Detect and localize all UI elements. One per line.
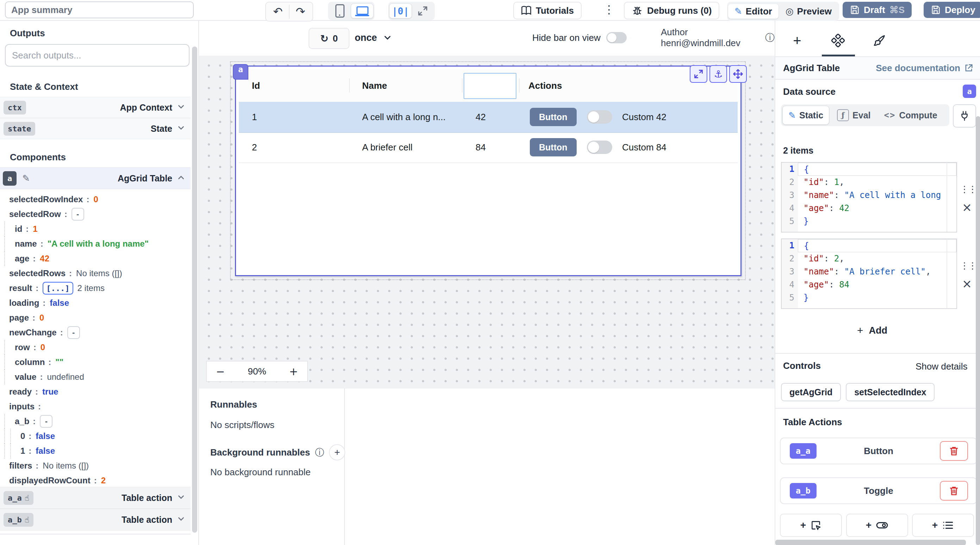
tree-row-column[interactable]: column:"": [0, 355, 191, 370]
chevron-down-icon[interactable]: [177, 514, 186, 525]
tree-row-inputs[interactable]: inputs:: [0, 399, 191, 414]
control-setSelectedIndex-button[interactable]: setSelectedIndex: [846, 383, 935, 401]
desktop-view-button[interactable]: [351, 3, 374, 18]
tree-row-selectedRows[interactable]: selectedRows:No items ([]): [0, 266, 191, 281]
preview-tab[interactable]: ◎ Preview: [779, 4, 838, 19]
column-header-actions[interactable]: Actions: [528, 69, 562, 102]
mode-eval-button[interactable]: ƒEval: [831, 106, 876, 124]
tree-row-filters[interactable]: filters:No items ([]): [0, 458, 191, 473]
tutorials-button[interactable]: Tutorials: [513, 2, 582, 19]
refresh-button[interactable]: ↻ 0: [309, 28, 350, 49]
delete-action-button[interactable]: [940, 481, 968, 500]
zoom-in-button[interactable]: +: [289, 365, 298, 378]
tree-row-a_b[interactable]: a_b:-: [0, 414, 191, 429]
add-select-action-button[interactable]: +: [912, 514, 974, 537]
drag-handle-icon[interactable]: ⋮⋮: [960, 260, 974, 271]
add-item-button[interactable]: + Add: [857, 325, 887, 336]
delete-item-button[interactable]: ×: [960, 277, 974, 291]
tree-row-1[interactable]: 1:false: [0, 443, 191, 458]
insert-component-tab[interactable]: +: [788, 31, 807, 50]
delete-action-button[interactable]: [940, 441, 968, 461]
column-header-id[interactable]: Id: [252, 69, 260, 102]
info-icon[interactable]: ⓘ: [765, 31, 775, 44]
tree-row-selectedRowIndex[interactable]: selectedRowIndex:0: [0, 192, 191, 207]
tree-row-age[interactable]: age:42: [0, 251, 191, 266]
sidebar-scrollbar[interactable]: [192, 46, 197, 533]
state-context-row-state[interactable]: stateState: [0, 118, 191, 139]
settings-vertical-scrollbar[interactable]: [976, 116, 980, 545]
row-action-button[interactable]: Button: [530, 108, 577, 126]
component-settings-tab[interactable]: [828, 31, 848, 50]
row-action-button[interactable]: Button: [530, 138, 577, 156]
undo-button[interactable]: ↶: [267, 5, 289, 19]
tree-row-result[interactable]: result:[...]2 items: [0, 281, 191, 296]
connect-input-button[interactable]: [953, 104, 976, 127]
tree-row-newChange[interactable]: newChange:-: [0, 325, 191, 340]
column-header-name[interactable]: Name: [362, 69, 387, 102]
full-width-button[interactable]: [412, 4, 434, 18]
tree-row-ready[interactable]: ready:true: [0, 384, 191, 399]
editor-code[interactable]: {"id": 1,"name": "A cell with a long"age…: [798, 163, 956, 232]
chevron-down-icon[interactable]: [177, 102, 186, 113]
chevron-down-icon[interactable]: [177, 492, 186, 503]
tree-row-0[interactable]: 0:false: [0, 429, 191, 443]
table-row[interactable]: 2A briefer cell84ButtonCustom 84: [239, 132, 738, 163]
add-toggle-action-button[interactable]: +: [846, 514, 908, 537]
mode-static-button[interactable]: ✎Static: [783, 106, 829, 125]
table-action-row-a_a[interactable]: a_a☝Table action: [0, 487, 191, 509]
tree-row-name[interactable]: name:"A cell with a long name": [0, 236, 191, 251]
hide-bar-toggle[interactable]: [606, 32, 627, 43]
info-icon[interactable]: ⓘ: [315, 446, 324, 459]
json-editor[interactable]: 12345{"id": 2,"name": "A briefer cell","…: [781, 239, 957, 309]
result-expand-button[interactable]: [...]: [43, 282, 73, 295]
collapse-toggle[interactable]: -: [40, 415, 52, 428]
table-row[interactable]: 1A cell with a long n...42ButtonCustom 4…: [239, 102, 738, 133]
theme-tab[interactable]: [870, 31, 889, 50]
chevron-down-icon[interactable]: [177, 123, 186, 134]
table-action-row-a_b[interactable]: a_b☝Table action: [0, 509, 191, 531]
see-documentation-link[interactable]: See documentation: [876, 63, 974, 73]
add-button-action-button[interactable]: +: [780, 514, 842, 537]
refresh-mode-dropdown[interactable]: once: [355, 28, 393, 48]
editor-code[interactable]: {"id": 2,"name": "A briefer cell","age":…: [798, 239, 956, 308]
chevron-up-icon[interactable]: [177, 173, 186, 183]
edit-component-id-icon[interactable]: ✎: [22, 173, 30, 183]
json-editor[interactable]: 12345{"id": 1,"name": "A cell with a lon…: [781, 162, 957, 233]
deploy-button[interactable]: Deploy: [924, 2, 980, 18]
more-menu-button[interactable]: ⋮: [600, 3, 618, 16]
redo-button[interactable]: ↷: [290, 5, 312, 19]
constrained-width-button[interactable]: |0|: [389, 3, 412, 18]
row-action-toggle[interactable]: [587, 110, 612, 124]
debug-runs-button[interactable]: Debug runs (0): [624, 2, 719, 19]
collapse-toggle[interactable]: -: [67, 326, 80, 339]
row-action-toggle[interactable]: [587, 140, 612, 154]
drag-handle-icon[interactable]: ⋮⋮: [960, 184, 974, 194]
tree-row-displayedRowCount[interactable]: displayedRowCount:2: [0, 473, 191, 488]
aggrid-table-component[interactable]: IdNameAgeActions 1A cell with a long n..…: [235, 65, 741, 276]
component-move-button[interactable]: [729, 65, 747, 83]
delete-item-button[interactable]: ×: [960, 200, 974, 214]
collapse-toggle[interactable]: -: [72, 208, 84, 220]
control-getAgGrid-button[interactable]: getAgGrid: [781, 383, 841, 401]
editor-tab[interactable]: ✎ Editor: [728, 4, 778, 19]
tree-row-loading[interactable]: loading:false: [0, 296, 191, 311]
mode-compute-button[interactable]: <>Compute: [878, 106, 943, 124]
tree-row-id[interactable]: id:1: [0, 222, 191, 236]
add-background-runnable-button[interactable]: +: [329, 444, 345, 461]
app-summary-input[interactable]: [5, 2, 194, 18]
component-anchor-button[interactable]: ⚓: [710, 65, 727, 83]
component-expand-button[interactable]: [690, 65, 707, 83]
component-tag[interactable]: a: [233, 64, 248, 80]
state-context-row-ctx[interactable]: ctxApp Context: [0, 97, 191, 118]
show-details-link[interactable]: Show details: [916, 361, 967, 372]
tree-row-value[interactable]: value:undefined: [0, 370, 191, 384]
tree-row-page[interactable]: page:0: [0, 311, 191, 325]
zoom-out-button[interactable]: −: [216, 365, 225, 378]
search-outputs-input[interactable]: [5, 44, 189, 67]
settings-horizontal-scrollbar[interactable]: [775, 540, 966, 545]
tree-row-row[interactable]: row:0: [0, 340, 191, 355]
tree-row-selectedRow[interactable]: selectedRow:-: [0, 207, 191, 222]
mobile-view-button[interactable]: [329, 4, 351, 18]
component-header-row[interactable]: a ✎ AgGrid Table: [0, 167, 191, 189]
draft-button[interactable]: Draft ⌘S: [843, 2, 912, 18]
